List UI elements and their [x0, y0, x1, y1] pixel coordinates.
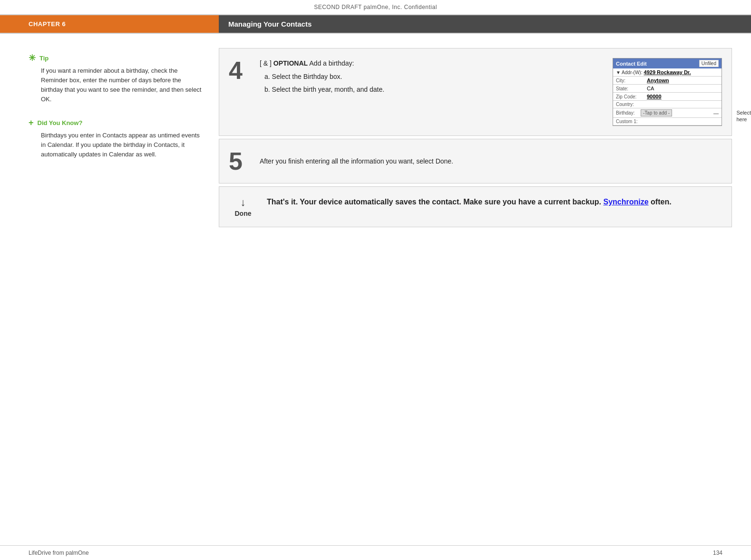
- watermark: SECOND DRAFT palmOne, Inc. Confidential: [0, 0, 751, 12]
- done-arrow-icon: ↓: [241, 196, 246, 209]
- step4-panel: 4 [ & ] OPTIONAL Add a birthday: a. Sele…: [219, 48, 732, 136]
- didyouknow-label: Did You Know?: [38, 119, 83, 126]
- didyouknow-text: Birthdays you enter in Contacts appear a…: [29, 131, 205, 159]
- done-panel: ↓ Done That's it. Your device automatica…: [219, 186, 732, 227]
- synchronize-link[interactable]: Synchronize: [603, 198, 648, 206]
- step4-number: 4: [229, 58, 250, 83]
- step4-sub-a: a. Select the Birthday box.: [264, 71, 603, 82]
- done-text-main: That's it. Your device automatically sav…: [267, 198, 601, 206]
- select-here-label: Selecthere: [736, 109, 751, 123]
- addr-dropdown-label: ▼ Addr-(W):: [616, 70, 642, 75]
- device-header-title: Contact Edit: [616, 61, 647, 67]
- didyouknow-block: + Did You Know? Birthdays you enter in C…: [29, 118, 205, 159]
- device-city-value: Anytown: [647, 77, 669, 83]
- tip-header: ✳ Tip: [29, 53, 205, 63]
- main-content: ✳ Tip If you want a reminder about a bir…: [0, 34, 751, 230]
- step4-intro-rest: Add a birthday:: [309, 59, 354, 67]
- device-country-label: Country:: [616, 102, 647, 107]
- footer-left: LifeDrive from palmOne: [29, 550, 89, 556]
- chapter-label: CHAPTER 6: [0, 15, 219, 33]
- device-header-badge: Unfiled: [699, 60, 719, 67]
- device-city-label: City:: [616, 78, 647, 83]
- done-label: Done: [235, 210, 252, 217]
- device-addr-row: ▼ Addr-(W): 4929 Rockaway Dr.: [613, 68, 722, 77]
- tip-text: If you want a reminder about a birthday,…: [29, 66, 205, 105]
- footer: LifeDrive from palmOne 134: [0, 545, 751, 560]
- device-state-value: CA: [647, 86, 654, 91]
- step5-number: 5: [229, 149, 250, 174]
- device-custom-row: Custom 1:: [613, 118, 722, 126]
- device-state-label: State:: [616, 86, 647, 91]
- done-icon-label: ↓ Done: [229, 196, 257, 217]
- step4-sub-b: b. Select the birth year, month, and dat…: [264, 84, 603, 95]
- birthday-arrow: —: [713, 110, 719, 116]
- device-header: Contact Edit Unfiled: [613, 58, 722, 68]
- step4-text: [ & ] OPTIONAL Add a birthday: a. Select…: [260, 58, 603, 97]
- tip-label: Tip: [39, 55, 49, 62]
- device-country-row: Country:: [613, 101, 722, 108]
- step5-text: After you finish entering all the inform…: [260, 156, 722, 166]
- done-text: That's it. Your device automatically sav…: [267, 196, 672, 208]
- tip-block: ✳ Tip If you want a reminder about a bir…: [29, 53, 205, 105]
- device-zip-value: 90000: [647, 94, 662, 99]
- step5-panel: 5 After you finish entering all the info…: [219, 139, 732, 183]
- device-zip-row: Zip Code: 90000: [613, 93, 722, 101]
- device-mockup: Contact Edit Unfiled ▼ Addr-(W): 4929 Ro…: [613, 58, 722, 126]
- device-zip-label: Zip Code:: [616, 94, 647, 99]
- device-birthday-row: Birthday: -Tap to add - Selecthere —: [613, 108, 722, 118]
- device-state-row: State: CA: [613, 85, 722, 93]
- done-text-after: often.: [651, 198, 672, 206]
- panels: 4 [ & ] OPTIONAL Add a birthday: a. Sele…: [219, 48, 751, 230]
- step4-bracket: [ & ]: [260, 59, 272, 67]
- didyouknow-header: + Did You Know?: [29, 118, 205, 128]
- step4-content: 4 [ & ] OPTIONAL Add a birthday: a. Sele…: [219, 48, 731, 135]
- header-bar: CHAPTER 6 Managing Your Contacts: [0, 14, 751, 34]
- sidebar: ✳ Tip If you want a reminder about a bir…: [0, 48, 219, 230]
- tip-icon: ✳: [29, 53, 36, 63]
- done-content: ↓ Done That's it. Your device automatica…: [219, 187, 731, 227]
- step4-optional: OPTIONAL: [273, 59, 308, 67]
- step5-content: 5 After you finish entering all the info…: [219, 139, 731, 183]
- addr-value: 4929 Rockaway Dr.: [644, 69, 691, 75]
- didyouknow-icon: +: [29, 118, 34, 128]
- footer-right: 134: [713, 550, 722, 556]
- device-city-row: City: Anytown: [613, 77, 722, 85]
- device-birthday-btn[interactable]: -Tap to add -: [641, 109, 672, 116]
- device-custom-label: Custom 1:: [616, 119, 647, 124]
- page-title: Managing Your Contacts: [219, 15, 751, 33]
- device-birthday-label: Birthday:: [616, 110, 641, 116]
